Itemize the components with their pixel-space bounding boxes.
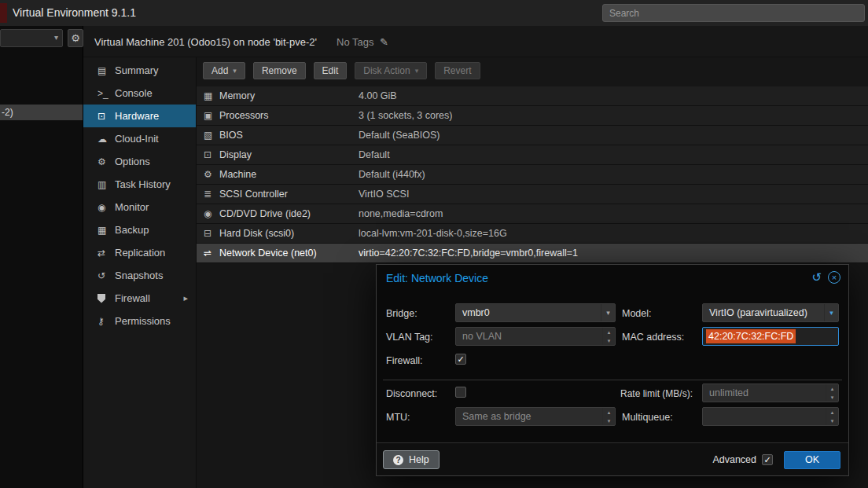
firewall-checkbox[interactable] — [455, 354, 466, 365]
spin-down-icon: ▾ — [603, 416, 615, 425]
hw-value: virtio=42:20:7C:32:FC:FD,bridge=vmbr0,fi… — [359, 248, 578, 259]
vm-nav-menu: ▤ Summary >_ Console ⊡ Hardware ☁ Cloud-… — [83, 57, 197, 488]
model-value: VirtIO (paravirtualized) — [703, 307, 824, 318]
button-label: Edit — [322, 65, 339, 76]
sidebar-item-snapshots[interactable]: ↺ Snapshots — [83, 264, 196, 287]
hw-label: Processors — [219, 110, 359, 121]
revert-button[interactable]: Revert — [435, 62, 480, 79]
chevron-down-icon: ▾ — [601, 304, 615, 321]
hw-row-network-device[interactable]: ⇌ Network Device (net0) virtio=42:20:7C:… — [197, 244, 868, 263]
advanced-checkbox[interactable] — [762, 454, 773, 465]
hw-value: 4.00 GiB — [359, 90, 397, 101]
key-icon: ⚷ — [97, 316, 115, 327]
hw-row-cdrom[interactable]: ◉ CD/DVD Drive (ide2) none,media=cdrom — [197, 204, 868, 224]
model-label: Model: — [622, 308, 652, 319]
sidebar-item-hardware[interactable]: ⊡ Hardware — [83, 105, 196, 127]
dialog-tools: ↺ × — [811, 271, 840, 284]
rate-limit-spinner[interactable]: unlimited ▴▾ — [702, 383, 839, 402]
close-icon[interactable]: × — [828, 271, 840, 284]
hw-row-bios[interactable]: ▧ BIOS Default (SeaBIOS) — [197, 126, 868, 145]
sidebar-item-firewall[interactable]: Firewall ▸ — [83, 287, 196, 310]
edit-button[interactable]: Edit — [314, 62, 348, 79]
hw-value: none,media=cdrom — [359, 208, 443, 219]
tree-node-label: -2) — [2, 107, 13, 118]
history-icon: ↺ — [97, 270, 115, 281]
hw-value: Default (SeaBIOS) — [359, 130, 440, 141]
spin-up-icon: ▴ — [603, 408, 615, 416]
hw-label: Memory — [219, 90, 359, 101]
sidebar-item-label: Permissions — [115, 315, 171, 327]
archive-icon: ▦ — [97, 225, 115, 236]
resource-tree-panel: ▾ ⚙ -2) — [0, 26, 83, 488]
mtu-value: Same as bridge — [456, 411, 602, 422]
sidebar-item-summary[interactable]: ▤ Summary — [83, 59, 196, 82]
advanced-toggle[interactable]: Advanced — [712, 454, 773, 465]
tags-label: No Tags — [337, 36, 373, 48]
spin-down-icon: ▾ — [603, 336, 615, 345]
hdd-icon: ⊟ — [204, 228, 219, 239]
ok-button[interactable]: OK — [784, 451, 840, 469]
spinner-arrows[interactable]: ▴▾ — [602, 328, 615, 345]
mtu-label: MTU: — [386, 412, 410, 423]
chevron-down-icon: ▾ — [415, 67, 419, 75]
hw-row-display[interactable]: ⊡ Display Default — [197, 145, 868, 165]
disc-icon: ◉ — [204, 208, 219, 219]
hw-row-processors[interactable]: ▣ Processors 3 (1 sockets, 3 cores) — [197, 106, 868, 126]
disk-action-button[interactable]: Disk Action ▾ — [355, 62, 427, 79]
spin-up-icon: ▴ — [603, 328, 615, 336]
dialog-footer: ? Help Advanced OK — [377, 442, 848, 475]
memory-icon: ▦ — [204, 90, 219, 101]
search-input[interactable] — [602, 4, 865, 22]
sidebar-item-label: Backup — [115, 224, 149, 236]
reset-icon[interactable]: ↺ — [811, 271, 822, 284]
tree-selected-node[interactable]: -2) — [0, 105, 83, 120]
hw-label: Machine — [219, 169, 359, 180]
breadcrumb-bar: Virtual Machine 201 (Odoo15) on node 'bi… — [83, 26, 868, 57]
spinner-arrows[interactable]: ▴▾ — [602, 408, 615, 425]
sidebar-item-console[interactable]: >_ Console — [83, 82, 196, 105]
sidebar-item-permissions[interactable]: ⚷ Permissions — [83, 310, 196, 332]
sidebar-item-label: Hardware — [115, 110, 159, 122]
remove-button[interactable]: Remove — [253, 62, 306, 79]
tree-settings-button[interactable]: ⚙ — [68, 29, 83, 47]
hw-row-machine[interactable]: ⚙ Machine Default (i440fx) — [197, 165, 868, 185]
hw-value: Default (i440fx) — [359, 169, 425, 180]
sidebar-item-replication[interactable]: ⇄ Replication — [83, 241, 196, 264]
bridge-select[interactable]: vmbr0 ▾ — [455, 303, 616, 322]
sidebar-item-options[interactable]: ⚙ Options — [83, 150, 196, 173]
rate-limit-label: Rate limit (MB/s): — [620, 388, 693, 399]
sidebar-item-monitor[interactable]: ◉ Monitor — [83, 196, 196, 218]
disconnect-checkbox[interactable] — [455, 387, 466, 398]
monitor-icon: ⊡ — [97, 111, 115, 122]
sidebar-item-label: Summary — [115, 64, 159, 76]
hw-row-memory[interactable]: ▦ Memory 4.00 GiB — [197, 86, 868, 106]
view-selector[interactable]: ▾ — [0, 29, 63, 47]
hw-row-scsi-controller[interactable]: ≣ SCSI Controller VirtIO SCSI — [197, 185, 868, 204]
hardware-toolbar: Add ▾ Remove Edit Disk Action ▾ Revert — [203, 62, 480, 79]
help-button[interactable]: ? Help — [383, 450, 440, 469]
spinner-arrows[interactable]: ▴▾ — [826, 408, 838, 425]
help-label: Help — [409, 454, 429, 465]
vlan-tag-spinner[interactable]: no VLAN ▴▾ — [455, 327, 616, 346]
disconnect-label: Disconnect: — [386, 388, 437, 399]
sidebar-item-task-history[interactable]: ▥ Task History — [83, 173, 196, 196]
firewall-label: Firewall: — [386, 355, 423, 366]
bridge-label: Bridge: — [386, 308, 417, 319]
model-select[interactable]: VirtIO (paravirtualized) ▾ — [702, 303, 839, 322]
add-button[interactable]: Add ▾ — [203, 62, 245, 79]
multiqueue-spinner[interactable]: ▴▾ — [702, 407, 839, 426]
sidebar-item-backup[interactable]: ▦ Backup — [83, 218, 196, 241]
mac-address-input[interactable]: 42:20:7C:32:FC:FD — [702, 327, 839, 346]
mtu-spinner[interactable]: Same as bridge ▴▾ — [455, 407, 616, 426]
sync-arrows-icon: ⇄ — [97, 248, 115, 259]
tags-control[interactable]: No Tags ✎ — [337, 36, 388, 48]
shield-icon — [97, 294, 115, 303]
advanced-label: Advanced — [712, 454, 756, 465]
spin-down-icon: ▾ — [826, 393, 838, 402]
hw-row-hard-disk[interactable]: ⊟ Hard Disk (scsi0) local-lvm:vm-201-dis… — [197, 224, 868, 244]
spinner-arrows[interactable]: ▴▾ — [826, 384, 838, 402]
sidebar-item-label: Replication — [115, 247, 165, 259]
hw-value: Default — [359, 149, 390, 160]
sidebar-item-cloud-init[interactable]: ☁ Cloud-Init — [83, 127, 196, 150]
chip-icon: ▧ — [204, 130, 219, 141]
